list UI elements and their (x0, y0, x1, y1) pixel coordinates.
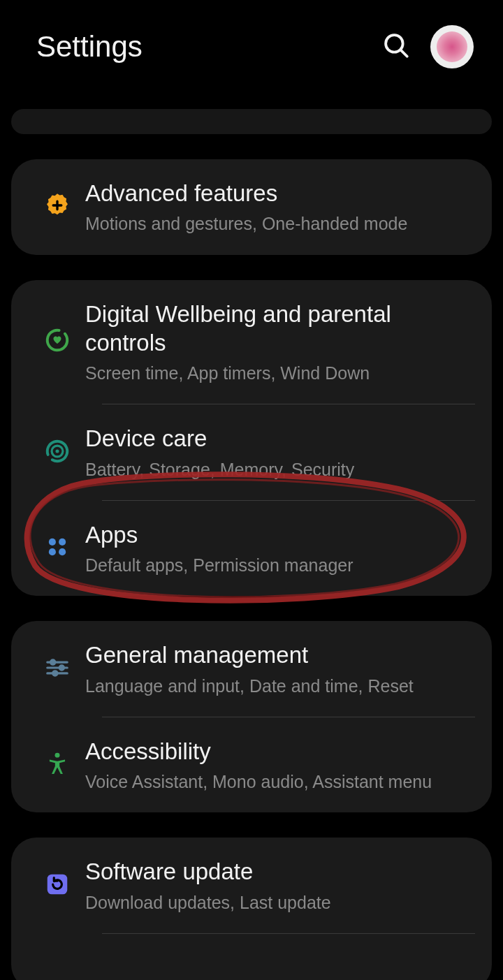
svg-point-16 (55, 753, 60, 758)
row-general-management[interactable]: General management Language and input, D… (11, 621, 492, 717)
svg-point-7 (59, 539, 66, 546)
svg-point-14 (59, 665, 64, 669)
apps-icon (44, 534, 71, 563)
row-subtitle: Voice Assistant, Mono audio, Assistant m… (85, 771, 474, 793)
search-icon[interactable] (381, 31, 411, 63)
profile-avatar[interactable] (430, 25, 474, 68)
update-icon (44, 871, 71, 900)
row-software-update[interactable]: Software update Download updates, Last u… (11, 838, 492, 933)
row-subtitle: Download updates, Last update (85, 892, 474, 914)
row-digital-wellbeing[interactable]: Digital Wellbeing and parental controls … (11, 280, 492, 404)
svg-rect-17 (48, 874, 68, 894)
device-care-icon (44, 438, 71, 467)
header: Settings (0, 0, 503, 88)
row-accessibility[interactable]: Accessibility Voice Assistant, Mono audi… (11, 717, 492, 813)
row-title: Accessibility (85, 737, 474, 766)
row-title: Digital Wellbeing and parental controls (85, 300, 474, 358)
gear-plus-icon (43, 191, 71, 222)
row-title: Apps (85, 520, 474, 549)
row-advanced-features[interactable]: Advanced features Motions and gestures, … (11, 159, 492, 255)
settings-group: Digital Wellbeing and parental controls … (11, 280, 492, 597)
svg-point-5 (55, 449, 59, 453)
row-title: Advanced features (85, 179, 474, 207)
accessibility-icon (44, 750, 71, 780)
row-subtitle: Language and input, Date and time, Reset (85, 675, 474, 697)
svg-point-13 (51, 659, 55, 664)
svg-point-15 (53, 671, 57, 675)
row-apps[interactable]: Apps Default apps, Permission manager (11, 501, 492, 597)
settings-group: Software update Download updates, Last u… (11, 838, 492, 980)
svg-point-6 (49, 539, 56, 546)
row-subtitle: Motions and gestures, One-handed mode (85, 213, 474, 235)
wellbeing-icon (44, 327, 71, 356)
svg-line-1 (400, 50, 407, 57)
svg-point-9 (59, 548, 66, 555)
settings-group: General management Language and input, D… (11, 621, 492, 812)
svg-point-8 (49, 548, 56, 555)
settings-group: Advanced features Motions and gestures, … (11, 159, 492, 255)
row-subtitle: Default apps, Permission manager (85, 555, 474, 576)
row-partial[interactable] (11, 934, 492, 980)
row-title: Software update (85, 857, 474, 886)
row-title: General management (85, 641, 474, 669)
sliders-icon (44, 654, 71, 684)
row-title: Device care (85, 424, 474, 453)
row-subtitle: Battery, Storage, Memory, Security (85, 459, 474, 481)
row-subtitle: Screen time, App timers, Wind Down (85, 363, 474, 384)
row-device-care[interactable]: Device care Battery, Storage, Memory, Se… (11, 404, 492, 500)
spacer (11, 109, 492, 134)
page-title: Settings (36, 30, 143, 64)
